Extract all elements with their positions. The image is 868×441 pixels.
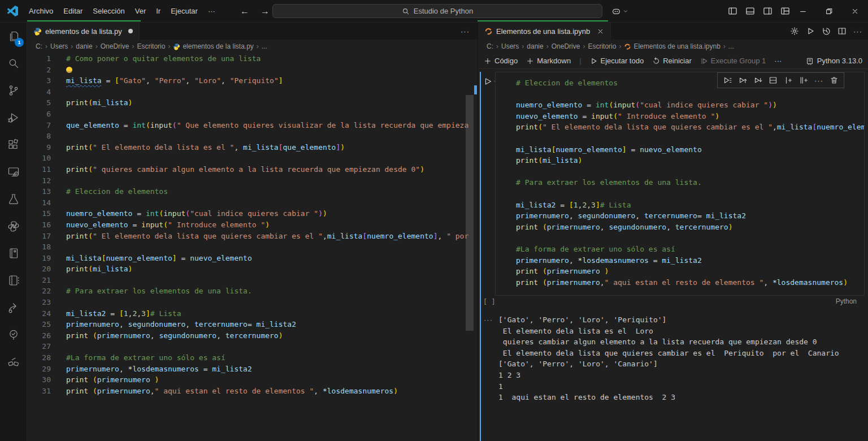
copilot-button[interactable] [611,6,628,16]
minimize-button[interactable] [790,0,816,22]
code-line[interactable]: 1# Como poner o quitar elementos de una … [27,53,478,64]
code-line[interactable]: 14 [27,197,478,209]
code-line[interactable]: 31print (primernumero," aqui estan el re… [27,386,478,397]
code-line[interactable]: 7que_elemento = int(input(" Que elemento… [27,120,478,131]
customize-layout-icon[interactable] [780,6,790,16]
breadcrumb-item[interactable]: Elementos de una lista.ipynb [624,42,720,50]
menu-item-[interactable]: ··· [203,5,220,17]
insert-left-icon[interactable] [784,76,793,85]
add-markdown-cell-button[interactable]: Markdown [526,57,571,65]
code-line[interactable]: 19mi_lista[nuemro_elemento] = nuevo_elem… [27,253,478,264]
code-line[interactable]: 27 [27,341,478,352]
code-line[interactable]: 25primernumero, segundonumero, tercernum… [27,319,478,330]
breadcrumb-item[interactable]: ... [728,42,734,50]
breadcrumb-item[interactable]: Users [501,42,519,50]
modified-dot-icon[interactable] [128,29,133,33]
menu-item-archivo[interactable]: Archivo [24,5,58,17]
code-line[interactable]: 22# Para extraer los elementos de una li… [27,286,478,297]
menu-item-ver[interactable]: Ver [130,5,151,17]
source-control-icon[interactable] [0,77,27,104]
notebook-cell-editor[interactable]: # Eleccion de elementosnuemro_elemento =… [495,72,865,296]
execute-group-button[interactable]: Execute Group 1 [700,57,766,65]
breadcrumb-item[interactable]: ... [262,42,267,50]
more-icon[interactable]: ··· [853,27,862,36]
testing-icon[interactable] [0,185,27,213]
code-line[interactable]: 26print (primernumero, segundonumero, te… [27,330,478,341]
breadcrumb-item[interactable]: C: [36,42,42,50]
explorer-icon[interactable]: 1 [0,23,27,50]
code-line[interactable]: 28#La forma de extraer uno sólo es así [27,352,478,364]
jupyter-book-icon[interactable] [0,240,27,267]
code-line[interactable]: # Para extraer los elementos de una list… [501,177,864,188]
forward-arrow-icon[interactable]: → [259,6,271,16]
code-line[interactable] [501,166,864,178]
delete-icon[interactable] [830,76,839,85]
code-line[interactable]: 16nuevo_elemento = input(" Introduce ele… [27,219,478,231]
run-icon[interactable] [806,27,815,36]
code-line[interactable]: 15nuemro_elemento = int(input("cual indi… [27,208,478,219]
execute-cells-icon[interactable] [723,76,732,85]
close-tab-icon[interactable] [597,28,604,35]
code-line[interactable]: print (primernumero, segundonumero, terc… [501,222,864,233]
breadcrumb-item[interactable]: OneDrive [101,42,129,50]
breadcrumb-item[interactable]: danie [76,42,92,50]
code-line[interactable]: 12 [27,175,478,187]
tree-check-icon[interactable] [0,321,27,348]
cell-language-picker[interactable]: Python [836,297,857,305]
breadcrumb-item[interactable]: C: [487,42,493,50]
breadcrumb-item[interactable]: elementos de la lista.py [173,42,253,50]
breadcrumb-item[interactable]: Escritorio [588,42,616,50]
back-arrow-icon[interactable]: ← [238,6,251,16]
timeline-icon[interactable] [822,27,831,36]
code-line[interactable]: 21 [27,275,478,286]
code-line[interactable]: 3mi_lista = ["Gato", "Perro", "Loro", "P… [27,75,478,87]
code-line[interactable] [501,133,864,144]
execute-below-icon[interactable] [753,76,762,85]
tab-python-file[interactable]: elementos de la lista.py [27,23,140,40]
code-line[interactable]: 10 [27,153,478,164]
pieces-icon[interactable] [0,348,27,375]
code-line[interactable]: print(" El elemento dela lista que quier… [501,122,864,133]
breadcrumb-item[interactable]: Users [50,42,68,50]
toggle-primary-sidebar-icon[interactable] [728,6,737,16]
code-line[interactable]: print (primernumero ) [501,266,864,277]
remote-explorer-icon[interactable] [0,158,27,185]
insert-right-icon[interactable] [799,76,808,85]
notebook-icon[interactable] [0,267,27,294]
lightbulb-icon[interactable] [66,67,72,73]
code-line[interactable]: 30print (primernumero ) [27,374,478,386]
code-line[interactable]: print (primernumero," aqui estan el rest… [501,277,864,288]
code-line[interactable] [501,232,864,244]
close-button[interactable] [842,0,868,22]
breadcrumb-item[interactable]: danie [527,42,543,50]
code-line[interactable]: print(mi_lista) [501,155,864,166]
menu-item-seleccin[interactable]: Selección [88,5,129,17]
menu-item-ir[interactable]: Ir [151,5,166,17]
search-icon[interactable] [0,50,27,77]
tab-notebook-file[interactable]: Elementos de una lista.ipynb [478,23,611,40]
toggle-panel-icon[interactable] [745,6,755,16]
breadcrumb-item[interactable]: OneDrive [552,42,580,50]
menu-item-ejecutar[interactable]: Ejecutar [166,5,203,17]
code-line[interactable]: 23 [27,297,478,308]
code-line[interactable]: 29primernumero, *losdemasnumeros = mi_li… [27,364,478,375]
menu-item-editar[interactable]: Editar [58,5,88,17]
code-line[interactable]: 9print(" El elemento dela lista es el ",… [27,142,478,153]
more-actions-icon[interactable]: ··· [453,23,478,40]
code-line[interactable]: 8 [27,131,478,142]
code-line[interactable]: primernumero, segundonumero, tercernumer… [501,210,864,222]
execute-above-icon[interactable] [738,76,747,85]
share-icon[interactable] [0,294,27,321]
more-actions-icon[interactable]: ··· [774,57,782,65]
python-icon[interactable] [0,213,27,240]
code-line[interactable]: 6 [27,109,478,120]
code-line[interactable]: nuevo_elemento = input(" Introduce eleme… [501,111,864,122]
run-all-button[interactable]: Ejecutar todo [590,57,644,65]
code-line[interactable]: 5print(mi_lista) [27,97,478,109]
code-line[interactable]: 24mi_lista2 = [1,2,3]# Lista [27,308,478,319]
toggle-secondary-sidebar-icon[interactable] [763,6,772,16]
scrollbar[interactable] [466,95,474,331]
code-line[interactable]: 4 [27,87,478,98]
run-and-debug-icon[interactable] [0,104,27,131]
code-line[interactable]: 13# Eleccion de elementos [27,186,478,197]
